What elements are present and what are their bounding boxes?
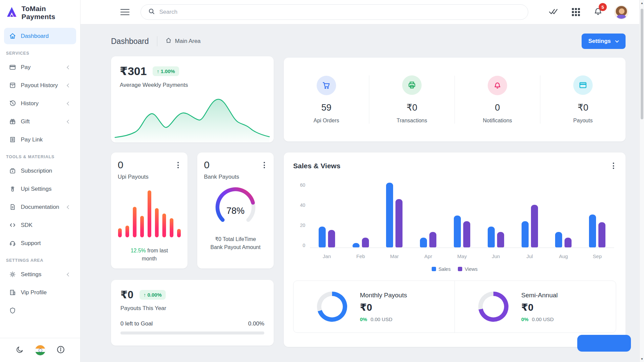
bar-views-sep bbox=[598, 222, 605, 247]
sidebar-item-upi-settings[interactable]: Upi Settings bbox=[4, 181, 76, 197]
topbar: 5 bbox=[80, 0, 644, 24]
notification-badge: 5 bbox=[599, 3, 607, 11]
sales-views-card: Sales & Views 6040200 JanFebMarAprMayJun… bbox=[284, 153, 626, 347]
search-input[interactable] bbox=[159, 9, 521, 15]
credit-card-icon bbox=[9, 64, 16, 71]
legend-sales: Sales bbox=[432, 266, 450, 272]
bar-views-jun bbox=[497, 232, 504, 247]
bank-label: Bank Payouts bbox=[204, 174, 267, 180]
upi-caption: 12.5% from last month bbox=[118, 247, 181, 263]
section-label-settings-area: SETTINGS AREA bbox=[6, 258, 74, 263]
bar-sales-jul bbox=[522, 221, 529, 247]
sidebar-item-sdk[interactable]: SDK bbox=[4, 217, 76, 233]
monthly-payouts-summary: Monthly Payouts ₹0 0%0.00 USD bbox=[293, 281, 454, 333]
sidebar-item-partial[interactable] bbox=[4, 302, 76, 319]
code-icon bbox=[9, 222, 16, 229]
monthly-usd: 0.00 USD bbox=[371, 316, 392, 322]
scroll-down-arrow[interactable]: ▼ bbox=[640, 357, 644, 361]
kebab-menu-icon[interactable] bbox=[611, 161, 616, 171]
bar-group-may bbox=[445, 182, 479, 247]
weekly-change-badge: ↑ 1.00% bbox=[153, 66, 179, 76]
bar-sales-may bbox=[454, 216, 461, 247]
search-bar[interactable] bbox=[141, 4, 528, 20]
chevron-left-icon bbox=[67, 83, 70, 87]
cart-icon bbox=[317, 76, 336, 95]
document-icon bbox=[9, 203, 16, 211]
sidebar-item-label: Settings bbox=[21, 271, 63, 278]
kebab-menu-icon[interactable] bbox=[262, 160, 267, 170]
tasks-done-button[interactable] bbox=[548, 6, 560, 18]
sales-views-title: Sales & Views bbox=[293, 162, 340, 170]
semi-annual-donut-chart bbox=[478, 292, 508, 322]
sidebar-item-label: Dashboard bbox=[21, 33, 71, 40]
moon-icon bbox=[16, 346, 24, 355]
language-flag-button[interactable] bbox=[35, 345, 46, 356]
bar-group-jun bbox=[479, 182, 513, 247]
hamburger-menu-button[interactable] bbox=[120, 9, 129, 15]
sidebar-item-subscription[interactable]: Subscription bbox=[4, 163, 76, 179]
brand-logo-icon bbox=[5, 6, 18, 20]
sidebar-item-settings[interactable]: Settings bbox=[4, 266, 76, 283]
sidebar-item-dashboard[interactable]: Dashboard bbox=[4, 28, 76, 44]
sidebar-item-payout-history[interactable]: Payout History bbox=[4, 77, 76, 94]
y-tick-label: 0 bbox=[303, 243, 305, 248]
sidebar-item-pay[interactable]: Pay bbox=[4, 59, 76, 75]
bar-group-feb bbox=[344, 182, 378, 247]
bank-gauge-chart: 78% bbox=[204, 185, 267, 226]
stat-value: 59 bbox=[321, 103, 331, 113]
scroll-up-arrow[interactable]: ▲ bbox=[640, 1, 644, 5]
sales-y-axis: 6040200 bbox=[295, 182, 310, 248]
sidebar-item-label: Subscription bbox=[21, 168, 71, 174]
sidebar-item-label: SDK bbox=[21, 222, 71, 229]
scrollbar-thumb[interactable] bbox=[641, 9, 643, 119]
sidebar-item-label: Upi Settings bbox=[21, 186, 71, 192]
sidebar: ToMain Payments Dashboard SERVICES Pay P… bbox=[0, 0, 80, 362]
notifications-button[interactable]: 5 bbox=[592, 6, 604, 18]
section-label-services: SERVICES bbox=[6, 51, 74, 56]
sidebar-item-support[interactable]: Support bbox=[4, 235, 76, 251]
topbar-actions: 5 bbox=[548, 5, 629, 19]
dark-mode-toggle[interactable] bbox=[14, 345, 25, 356]
floating-action-button[interactable] bbox=[577, 335, 631, 352]
apps-menu-button[interactable] bbox=[570, 6, 582, 18]
stat-label: Transactions bbox=[397, 118, 427, 124]
payouts-this-year-card: ₹0 ↑ 0.00% Payouts This Year 0 left to G… bbox=[111, 280, 274, 346]
printer-icon bbox=[402, 75, 422, 95]
double-check-icon bbox=[549, 8, 559, 16]
stat-value: ₹0 bbox=[578, 102, 588, 113]
sidebar-item-pay-link[interactable]: Pay Link bbox=[4, 131, 76, 148]
receipt-icon bbox=[9, 136, 16, 143]
sidebar-item-documentation[interactable]: Documentation bbox=[4, 199, 76, 215]
home-icon bbox=[9, 33, 16, 40]
upi-bar bbox=[125, 226, 129, 237]
settings-button-label: Settings bbox=[588, 38, 611, 45]
x-tick-label: Jul bbox=[513, 253, 547, 259]
bar-sales-feb bbox=[353, 243, 360, 247]
sidebar-item-history[interactable]: History bbox=[4, 95, 76, 112]
shield-icon bbox=[9, 307, 16, 314]
page-header: Dashboard Main Area Settings bbox=[111, 34, 626, 49]
page-scrollbar[interactable]: ▲ ▼ bbox=[639, 0, 644, 362]
bar-sales-jan bbox=[319, 227, 326, 247]
stat-label: Notifications bbox=[483, 118, 512, 124]
kebab-menu-icon[interactable] bbox=[175, 160, 181, 170]
bell-icon bbox=[488, 76, 507, 95]
user-avatar[interactable] bbox=[614, 5, 629, 19]
bar-sales-jun bbox=[488, 227, 495, 247]
upi-bar bbox=[140, 216, 144, 237]
settings-dropdown-button[interactable]: Settings bbox=[582, 34, 626, 49]
building-icon bbox=[9, 289, 16, 296]
sidebar-nav: Dashboard SERVICES Pay Payout History Hi… bbox=[0, 24, 80, 338]
bar-group-mar bbox=[378, 182, 412, 247]
y-tick-label: 60 bbox=[300, 182, 305, 188]
monthly-amount: ₹0 bbox=[360, 302, 407, 313]
sidebar-item-gift[interactable]: Gift bbox=[4, 113, 76, 130]
bar-views-apr bbox=[429, 232, 436, 247]
sidebar-item-label: Pay Link bbox=[21, 136, 71, 143]
sidebar-item-vip-profile[interactable]: Vip Profile bbox=[4, 284, 76, 301]
info-button[interactable] bbox=[55, 345, 66, 356]
x-tick-label: May bbox=[445, 253, 479, 259]
chevron-left-icon bbox=[67, 102, 70, 105]
sidebar-item-label: History bbox=[21, 100, 63, 107]
breadcrumb[interactable]: Main Area bbox=[165, 37, 201, 45]
